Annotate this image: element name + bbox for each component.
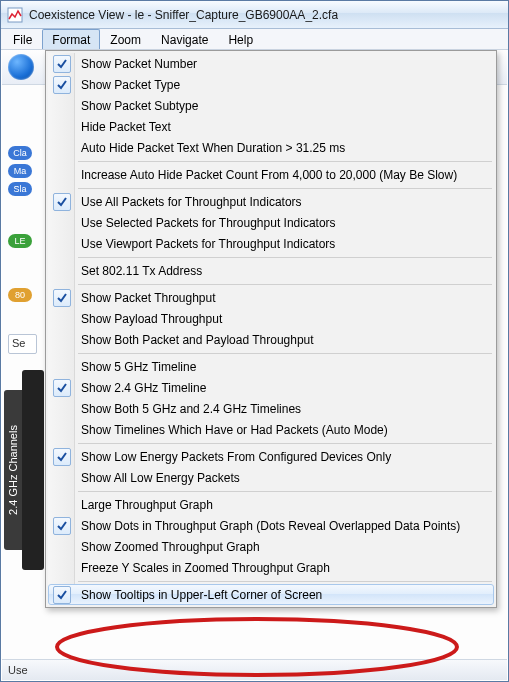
menu-item[interactable]: Use All Packets for Throughput Indicator…: [48, 191, 494, 212]
menu-item-label: Set 802.11 Tx Address: [81, 264, 202, 278]
menu-item[interactable]: Show 5 GHz Timeline: [48, 356, 494, 377]
menu-item[interactable]: Show Tooltips in Upper-Left Corner of Sc…: [48, 584, 494, 605]
menu-item-label: Show Both 5 GHz and 2.4 GHz Timelines: [81, 402, 301, 416]
check-icon: [53, 55, 71, 73]
menu-item[interactable]: Show Packet Number: [48, 53, 494, 74]
menu-item-label: Use All Packets for Throughput Indicator…: [81, 195, 302, 209]
menu-item-label: Show Packet Type: [81, 78, 180, 92]
menu-item[interactable]: Show Dots in Throughput Graph (Dots Reve…: [48, 515, 494, 536]
menu-item[interactable]: Show Both Packet and Payload Throughput: [48, 329, 494, 350]
menu-item[interactable]: Show 2.4 GHz Timeline: [48, 377, 494, 398]
menu-help[interactable]: Help: [218, 29, 263, 49]
check-icon: [53, 379, 71, 397]
check-icon: [53, 193, 71, 211]
menu-item[interactable]: Show Low Energy Packets From Configured …: [48, 446, 494, 467]
menu-item[interactable]: Auto Hide Packet Text When Duration > 31…: [48, 137, 494, 158]
menu-item-label: Show Timelines Which Have or Had Packets…: [81, 423, 388, 437]
menu-item[interactable]: Show Packet Type: [48, 74, 494, 95]
menu-item-label: Show Packet Throughput: [81, 291, 216, 305]
menu-item[interactable]: Show Zoomed Throughput Graph: [48, 536, 494, 557]
refresh-icon[interactable]: [8, 54, 34, 80]
bg-pill[interactable]: 80: [8, 288, 32, 302]
app-icon: [7, 7, 23, 23]
timeline-panel-bg: [22, 370, 44, 570]
menu-item[interactable]: Large Throughput Graph: [48, 494, 494, 515]
bg-pill[interactable]: Cla: [8, 146, 32, 160]
menu-item-label: Increase Auto Hide Packet Count From 4,0…: [81, 168, 457, 182]
menu-item[interactable]: Use Viewport Packets for Throughput Indi…: [48, 233, 494, 254]
menu-item-label: Show Tooltips in Upper-Left Corner of Sc…: [81, 588, 322, 602]
window-title: Coexistence View - le - Sniffer_Capture_…: [29, 8, 338, 22]
menu-item-label: Freeze Y Scales in Zoomed Throughput Gra…: [81, 561, 330, 575]
menubar: File Format Zoom Navigate Help: [1, 29, 508, 50]
menu-item-label: Show Payload Throughput: [81, 312, 222, 326]
vertical-axis-label: 2.4 GHz Channels: [4, 390, 22, 550]
content-area: ClaMaSlaLE80 Se 2.4 GHz Channels Use Sho…: [2, 50, 507, 680]
search-stub[interactable]: Se: [8, 334, 37, 354]
statusbar: Use: [2, 659, 507, 680]
menu-item-label: Show Packet Subtype: [81, 99, 198, 113]
menu-item[interactable]: Set 802.11 Tx Address: [48, 260, 494, 281]
menu-zoom[interactable]: Zoom: [100, 29, 151, 49]
menu-item-label: Use Selected Packets for Throughput Indi…: [81, 216, 336, 230]
statusbar-text: Use: [8, 664, 28, 676]
check-icon: [53, 517, 71, 535]
menu-item-label: Show Dots in Throughput Graph (Dots Reve…: [81, 519, 460, 533]
menu-item-label: Show 5 GHz Timeline: [81, 360, 196, 374]
menu-item-label: Auto Hide Packet Text When Duration > 31…: [81, 141, 345, 155]
check-icon: [53, 76, 71, 94]
menu-item-label: Hide Packet Text: [81, 120, 171, 134]
check-icon: [53, 448, 71, 466]
check-icon: [53, 289, 71, 307]
menu-item[interactable]: Show Timelines Which Have or Had Packets…: [48, 419, 494, 440]
menu-item[interactable]: Show Packet Subtype: [48, 95, 494, 116]
app-window: Coexistence View - le - Sniffer_Capture_…: [0, 0, 509, 682]
menu-item-label: Show 2.4 GHz Timeline: [81, 381, 206, 395]
menu-item-label: Large Throughput Graph: [81, 498, 213, 512]
menu-format[interactable]: Format: [42, 29, 100, 49]
menu-item[interactable]: Show Both 5 GHz and 2.4 GHz Timelines: [48, 398, 494, 419]
format-dropdown: Show Packet NumberShow Packet TypeShow P…: [45, 50, 497, 608]
menu-item[interactable]: Increase Auto Hide Packet Count From 4,0…: [48, 164, 494, 185]
menu-file[interactable]: File: [3, 29, 42, 49]
menu-item[interactable]: Show Packet Throughput: [48, 287, 494, 308]
menu-item[interactable]: Show Payload Throughput: [48, 308, 494, 329]
menu-item[interactable]: Show All Low Energy Packets: [48, 467, 494, 488]
menu-item-label: Show All Low Energy Packets: [81, 471, 240, 485]
check-icon: [53, 586, 71, 604]
menu-item[interactable]: Freeze Y Scales in Zoomed Throughput Gra…: [48, 557, 494, 578]
menu-item-label: Show Zoomed Throughput Graph: [81, 540, 260, 554]
menu-item-label: Show Both Packet and Payload Throughput: [81, 333, 314, 347]
menu-navigate[interactable]: Navigate: [151, 29, 218, 49]
menu-item-label: Use Viewport Packets for Throughput Indi…: [81, 237, 335, 251]
menu-item-label: Show Packet Number: [81, 57, 197, 71]
menu-item-label: Show Low Energy Packets From Configured …: [81, 450, 391, 464]
menu-item[interactable]: Hide Packet Text: [48, 116, 494, 137]
menu-item[interactable]: Use Selected Packets for Throughput Indi…: [48, 212, 494, 233]
bg-pill[interactable]: Ma: [8, 164, 32, 178]
bg-pill[interactable]: Sla: [8, 182, 32, 196]
titlebar: Coexistence View - le - Sniffer_Capture_…: [1, 1, 508, 29]
bg-pill[interactable]: LE: [8, 234, 32, 248]
